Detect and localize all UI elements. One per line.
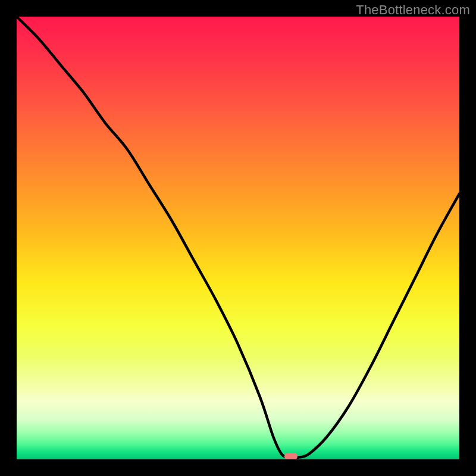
chart-stage: TheBottleneck.com: [0, 0, 476, 476]
curve-path: [17, 17, 459, 458]
optimum-marker: [284, 453, 298, 460]
plot-area: [0, 0, 476, 476]
bottleneck-curve: [17, 17, 459, 459]
watermark-text: TheBottleneck.com: [356, 2, 470, 18]
